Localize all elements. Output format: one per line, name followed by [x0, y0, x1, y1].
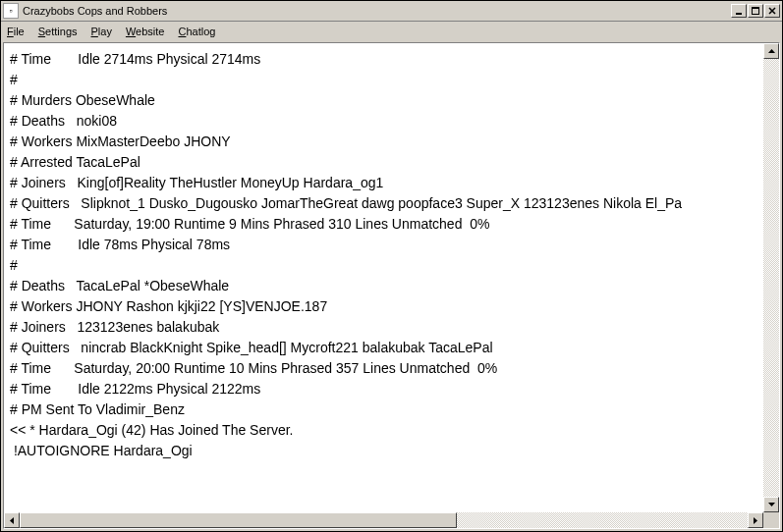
log-line: # Time Saturday, 19:00 Runtime 9 Mins Ph… [10, 214, 759, 235]
scroll-left-button[interactable] [4, 512, 20, 528]
horizontal-scroll-track[interactable] [20, 512, 748, 528]
scroll-up-button[interactable] [763, 43, 779, 59]
vertical-scroll-track[interactable] [763, 59, 779, 497]
arrow-down-icon [768, 503, 775, 506]
menu-file[interactable]: File [7, 26, 25, 37]
log-output[interactable]: # Time Idle 2714ms Physical 2714ms## Mur… [4, 43, 763, 512]
content-frame: # Time Idle 2714ms Physical 2714ms## Mur… [3, 42, 780, 529]
text-wrap: # Time Idle 2714ms Physical 2714ms## Mur… [4, 43, 779, 512]
log-line: !AUTOIGNORE Hardara_Ogi [10, 441, 759, 461]
arrow-right-icon [754, 517, 757, 524]
log-line: # [10, 70, 759, 90]
window-title: Crazybobs Cops and Robbers [23, 5, 731, 17]
maximize-button[interactable] [748, 4, 763, 18]
menu-website[interactable]: Website [126, 26, 165, 37]
titlebar: ▫ Crazybobs Cops and Robbers [1, 1, 782, 22]
window-controls [731, 4, 780, 18]
log-line: # Murders ObeseWhale [10, 90, 759, 111]
scroll-corner [763, 512, 779, 528]
app-icon: ▫ [3, 3, 19, 19]
log-line: # Quitters nincrab BlackKnight Spike_hea… [10, 338, 759, 358]
arrow-up-icon [768, 49, 775, 53]
menubar: File Settings Play Website Chatlog [1, 22, 782, 40]
log-line: # Joiners 123123enes balakubak [10, 317, 759, 338]
log-line: # Workers JHONY Rashon kjkji22 [YS]VENJO… [10, 296, 759, 317]
log-line: # Deaths TacaLePal *ObeseWhale [10, 276, 759, 296]
menu-chatlog[interactable]: Chatlog [178, 26, 215, 37]
maximize-icon [752, 7, 759, 15]
client-area: # Time Idle 2714ms Physical 2714ms## Mur… [1, 40, 782, 531]
horizontal-scroll-thumb[interactable] [20, 512, 457, 528]
log-line: # Time Idle 2714ms Physical 2714ms [10, 49, 759, 70]
vertical-scrollbar[interactable] [763, 43, 779, 512]
close-icon [768, 7, 776, 15]
log-line: # Joiners King[of]Reality TheHustler Mon… [10, 173, 759, 193]
close-button[interactable] [764, 4, 780, 18]
menu-settings[interactable]: Settings [38, 26, 78, 37]
log-line: # Quitters Slipknot_1 Dusko_Dugousko Jom… [10, 193, 759, 214]
scroll-right-button[interactable] [748, 512, 763, 528]
minimize-icon [735, 7, 743, 15]
log-line: # Time Idle 2122ms Physical 2122ms [10, 379, 759, 399]
log-line: # Time Idle 78ms Physical 78ms [10, 235, 759, 255]
log-line: # Time Saturday, 20:00 Runtime 10 Mins P… [10, 358, 759, 379]
log-line: # [10, 255, 759, 276]
log-line: # PM Sent To Vladimir_Benz [10, 399, 759, 420]
log-line: << * Hardara_Ogi (42) Has Joined The Ser… [10, 420, 759, 441]
horizontal-scrollbar[interactable] [4, 512, 779, 528]
log-line: # Workers MixMasterDeebo JHONY [10, 132, 759, 152]
log-line: # Arrested TacaLePal [10, 152, 759, 173]
app-window: ▫ Crazybobs Cops and Robbers File Settin… [0, 0, 783, 532]
svg-rect-0 [736, 13, 742, 15]
arrow-left-icon [10, 517, 14, 524]
svg-rect-2 [752, 7, 759, 9]
scroll-down-button[interactable] [763, 497, 779, 512]
minimize-button[interactable] [731, 4, 747, 18]
log-line: # Deaths noki08 [10, 111, 759, 132]
menu-play[interactable]: Play [91, 26, 112, 37]
